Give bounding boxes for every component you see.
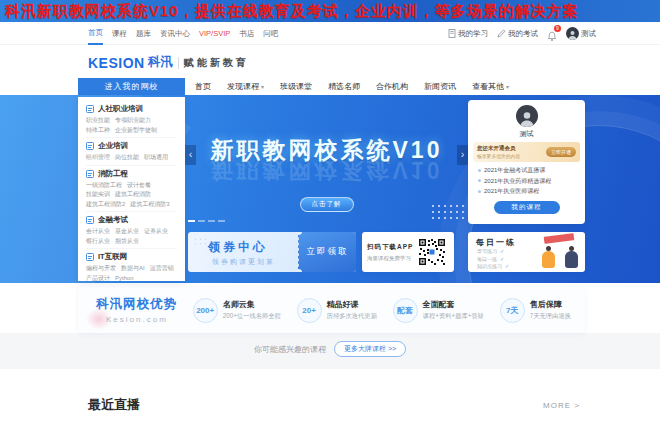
coupon-title: 领券中心 [208,239,268,256]
person-figure [565,251,578,268]
list-item[interactable]: 每日一练✓ [477,256,509,264]
category-title: 消防工程 [98,169,128,179]
notification-badge: 9 [554,25,561,32]
user-panel-name: 测试 [468,129,585,139]
category-link[interactable]: 专项职业能力 [115,116,151,125]
my-courses-button[interactable]: 我的课程 [494,201,560,214]
my-learning-link[interactable]: 我的学习 [448,29,488,39]
top-nav-question-bank[interactable]: 题库 [136,23,151,44]
list-item[interactable]: 章节练习✓ [477,248,509,256]
category-link[interactable]: 建筑工程消防 [115,190,151,199]
category-title-row[interactable]: 人社职业培训 [86,104,177,114]
category-title-row[interactable]: 企业培训 [86,141,177,151]
person-figure [542,251,555,268]
course-title: 2021年执业药师精选课程 [484,176,551,187]
daily-item-label: 章节练习 [477,248,497,254]
coupon-center-card[interactable]: 领券中心 领券购课更划算 立即领取 [188,232,356,272]
category-title-row[interactable]: IT互联网 [86,252,177,262]
category-link[interactable]: 基金从业 [115,227,139,236]
main-nav-view-more[interactable]: 查看其他 ▾ [472,81,509,92]
check-icon: ✓ [500,256,504,262]
logo-slogan: 赋能新教育 [184,56,249,70]
category-link[interactable]: 产品设计 [86,274,110,282]
chevron-down-icon: ▾ [261,83,264,90]
top-nav-news-center[interactable]: 资讯中心 [160,23,190,44]
fire-icon [86,170,94,178]
category-link[interactable]: 企业新型学徒制 [115,126,157,135]
category-link[interactable]: Python [115,274,134,282]
list-item[interactable]: 知识点练习✓ [477,263,509,271]
category-link[interactable]: 组织管理 [86,153,110,162]
category-link[interactable]: 职场通用 [144,153,168,162]
more-courses-button[interactable]: 更多大牌课程 >> [334,341,406,357]
category-sub-links: 会计从业 基金从业 证券从业 银行从业 期货从业 [86,227,177,245]
bullet-dot-icon [478,190,481,193]
carousel-next-arrow-icon[interactable]: › [457,145,468,165]
category-section-finance-exam: 金融考试 会计从业 基金从业 证券从业 银行从业 期货从业 [86,212,177,249]
main-nav-home[interactable]: 首页 [195,81,211,92]
avatar[interactable] [516,105,538,127]
top-nav-vip[interactable]: VIP/SVIP [199,23,230,44]
category-link[interactable]: 证券从业 [144,227,168,236]
category-title-row[interactable]: 金融考试 [86,215,177,225]
category-link[interactable]: 特殊工种 [86,126,110,135]
advantage-item: 20+ 精品好课 历经多次迭代更新 [297,298,377,323]
main-nav-discover-courses[interactable]: 发现课程 ▾ [227,81,264,92]
category-link[interactable]: 运营营销 [150,264,174,273]
recent-live-more-link[interactable]: MORE > [543,401,580,410]
check-icon: ✓ [505,263,509,269]
category-title-row[interactable]: 消防工程 [86,169,177,179]
site-logo[interactable]: KESION 科汛 赋能新教育 [88,54,249,71]
list-item[interactable]: 2021年执业药师精选课程 [478,176,577,187]
user-menu[interactable]: 测试 [566,27,596,40]
category-link[interactable]: 会计从业 [86,227,110,236]
my-exam-label: 我的考试 [508,29,538,39]
user-panel: 测试 您还未开通会员 畅享更多优质的内容 立即开通 2021年金融考试直播课 2… [468,100,585,224]
course-title: 2021年执业医师课程 [484,186,539,197]
advantage-title: 全面配套 [423,299,484,310]
top-nav-qa[interactable]: 问吧 [263,23,278,44]
advantage-subtitle: 7天无理由退换 [530,312,571,321]
main-nav-news[interactable]: 新闻资讯 [424,81,456,92]
category-link[interactable]: 设计套餐 [127,181,151,190]
category-sub-links: 职业技能 专项职业能力 特殊工种 企业新型学徒制 [86,116,177,134]
carousel-dot[interactable] [218,220,225,222]
category-link[interactable]: 建筑工程消防2 [86,200,125,209]
category-sub-links: 组织管理 岗位技能 职场通用 [86,153,177,162]
my-exam-link[interactable]: 我的考试 [497,29,538,39]
qr-code-icon [418,238,446,266]
category-link[interactable]: 银行从业 [86,237,110,246]
enter-my-school-button[interactable]: 进入我的网校 [78,78,185,95]
top-nav-courses[interactable]: 课程 [112,23,127,44]
claim-coupon-button[interactable]: 立即领取 [298,232,356,272]
main-nav-famous-teachers[interactable]: 精选名师 [328,81,360,92]
top-nav: 首页 课程 题库 资讯中心 VIP/SVIP 书店 问吧 [88,22,278,45]
category-link[interactable]: 技能实训 [86,190,110,199]
top-nav-bookstore[interactable]: 书店 [239,23,254,44]
list-item[interactable]: 2021年金融考试直播课 [478,165,577,176]
carousel-dot[interactable] [198,220,205,222]
people-illustration [536,234,582,270]
hero-carousel: 新职教网校系统V10 新职教网校系统V10 点击了解 ‹ › [185,95,468,228]
category-link[interactable]: 期货从业 [115,237,139,246]
carousel-dot[interactable] [208,220,215,222]
category-link[interactable]: 数据与AI [121,264,145,273]
category-section-it-internet: IT互联网 编程与开发 数据与AI 运营营销 产品设计 Python [86,249,177,281]
category-link[interactable]: 建筑工程消防3 [130,200,169,209]
site-header: KESION 科汛 赋能新教育 课程 ▾ [0,45,660,78]
carousel-dot[interactable] [188,220,195,222]
carousel-prev-arrow-icon[interactable]: ‹ [185,145,196,165]
list-item[interactable]: 2021年执业医师课程 [478,186,577,197]
main-nav-partners[interactable]: 合作机构 [376,81,408,92]
carousel-cta-button[interactable]: 点击了解 [300,197,354,212]
top-nav-home[interactable]: 首页 [88,22,103,45]
advantage-subtitle: 课程+资料+题库+答疑 [423,312,484,321]
category-link[interactable]: 一级消防工程 [86,181,122,190]
main-nav-class-room[interactable]: 班级课堂 [280,81,312,92]
category-link[interactable]: 岗位技能 [115,153,139,162]
category-link[interactable]: 职业技能 [86,116,110,125]
notification-bell-button[interactable]: 9 [547,28,557,40]
vip-subtitle: 畅享更多优质的内容 [477,153,520,159]
vip-activate-button[interactable]: 立即开通 [546,147,576,157]
category-link[interactable]: 编程与开发 [86,264,116,273]
